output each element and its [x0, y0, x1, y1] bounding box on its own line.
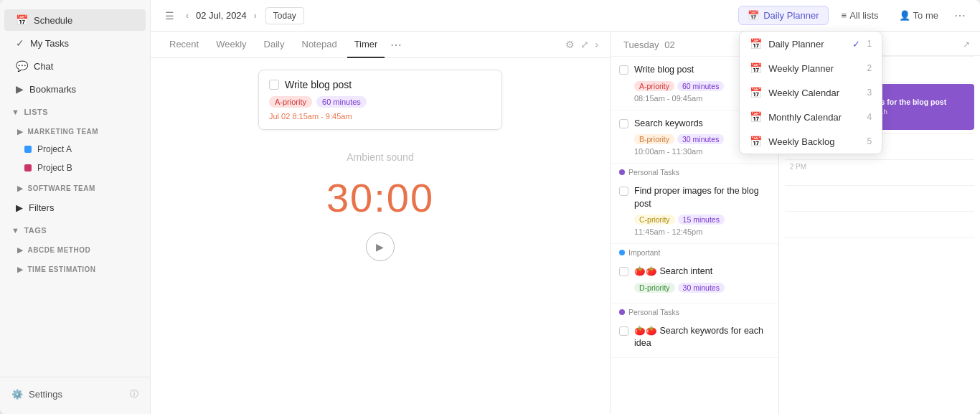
- time-label-2pm: 2 PM: [785, 160, 811, 171]
- task-item-priority-2: B-priority: [634, 134, 674, 144]
- dropdown-item-weekly-backlog[interactable]: 📅 Weekly Backlog 5: [740, 129, 882, 154]
- calendar-icon: 📅: [16, 14, 28, 26]
- all-lists-button[interactable]: ≡ All lists: [834, 6, 886, 24]
- timer-panel: Recent Weekly Daily Notepad Timer ⋯ ⚙ ⤢ …: [151, 32, 611, 414]
- tab-recent[interactable]: Recent: [162, 32, 206, 58]
- sidebar-item-settings[interactable]: ⚙️ Settings ⓘ: [0, 383, 150, 405]
- chevron-right-icon-4: ▶: [17, 265, 24, 273]
- task-item-priority-3: C-priority: [634, 215, 675, 225]
- task-item-checkbox-5[interactable]: [619, 326, 628, 336]
- marketing-team-header[interactable]: ▶ MARKETING TEAM: [0, 123, 150, 140]
- sidebar-item-project-a[interactable]: Project A: [4, 141, 146, 158]
- time-row-2pm: 2 PM: [785, 159, 974, 185]
- chevron-right-icon: ▶: [17, 128, 24, 136]
- time-label-5pm: [785, 237, 811, 240]
- search-keywords-idea-title: 🍅🍅 Search keywords for each idea: [634, 325, 770, 350]
- collapse-arrow[interactable]: ↗: [963, 39, 970, 50]
- group-label-personal-1: Personal Tasks: [611, 164, 778, 178]
- task-card-checkbox[interactable]: [269, 80, 279, 90]
- group-label-important: Important: [611, 244, 778, 258]
- bookmarks-icon: ▶: [16, 83, 24, 95]
- main-content: ☰ ‹ 02 Jul, 2024 › Today 📅 Daily Planner…: [151, 0, 980, 414]
- chevron-right-icon-3: ▶: [17, 246, 24, 254]
- sidebar: 📅 Schedule ✓ My Tasks 💬 Chat ▶ Bookmarks…: [0, 0, 151, 414]
- tab-notepad[interactable]: Notepad: [295, 32, 344, 58]
- dropdown-item-weekly-planner[interactable]: 📅 Weekly Planner 2: [740, 56, 882, 80]
- chevron-down-icon: ▼: [11, 108, 19, 116]
- sidebar-item-schedule[interactable]: 📅 Schedule: [4, 9, 146, 31]
- group-label-personal-2: Personal Tasks: [611, 304, 778, 318]
- to-me-button[interactable]: 👤 To me: [892, 6, 946, 24]
- time-row-4pm: [785, 211, 974, 237]
- tab-bar: Recent Weekly Daily Notepad Timer ⋯ ⚙ ⤢ …: [151, 32, 610, 58]
- play-button[interactable]: ▶: [366, 232, 395, 261]
- today-button[interactable]: Today: [265, 7, 304, 24]
- timer-body: Write blog post A-priority 60 minutes Ju…: [151, 58, 610, 414]
- sidebar-toggle-icon[interactable]: ☰: [162, 7, 177, 24]
- sidebar-item-chat[interactable]: 💬 Chat: [4, 55, 146, 77]
- task-item-duration-4: 30 minutes: [678, 283, 725, 293]
- next-date-arrow[interactable]: ›: [251, 9, 260, 22]
- prev-date-arrow[interactable]: ‹: [183, 9, 192, 22]
- date-navigation: ‹ 02 Jul, 2024 ›: [183, 9, 260, 22]
- task-item-priority-1: A-priority: [634, 81, 674, 91]
- weekly-planner-icon: 📅: [750, 62, 761, 74]
- task-item-tags-4: D-priority 30 minutes: [634, 283, 770, 293]
- task-item-header-5: 🍅🍅 Search keywords for each idea: [619, 325, 770, 350]
- tab-more-icon[interactable]: ⋯: [390, 38, 402, 52]
- expand-icon[interactable]: ⤢: [580, 39, 589, 50]
- settings-gear-icon[interactable]: ⚙: [565, 39, 575, 50]
- tab-actions: ⚙ ⤢ ›: [565, 39, 598, 50]
- chevron-right-icon-2: ▶: [17, 184, 24, 192]
- settings-icon: ⚙️: [11, 389, 23, 400]
- daily-planner-icon: 📅: [750, 38, 761, 50]
- dropdown-item-monthly-calendar[interactable]: 📅 Monthly Calendar 4: [740, 105, 882, 129]
- tab-weekly[interactable]: Weekly: [209, 32, 253, 58]
- chat-icon: 💬: [16, 60, 28, 72]
- sidebar-item-bookmarks[interactable]: ▶ Bookmarks: [4, 78, 146, 100]
- top-bar-actions: 📅 Daily Planner 📅 Daily Planner ✓ 1 📅 We…: [738, 6, 969, 25]
- project-b-color-dot: [24, 164, 32, 171]
- task-item-checkbox-3[interactable]: [619, 187, 628, 196]
- calendar-small-icon: 📅: [748, 10, 759, 21]
- dropdown-item-daily[interactable]: 📅 Daily Planner ✓ 1: [740, 32, 882, 56]
- task-item-checkbox-4[interactable]: [619, 267, 628, 276]
- check-icon: ✓: [16, 37, 24, 49]
- task-card-title-row: Write blog post: [269, 79, 491, 90]
- current-date: 02 Jul, 2024: [196, 10, 247, 21]
- ambient-label: Ambient sound: [347, 151, 413, 163]
- software-team-header[interactable]: ▶ SOFTWARE TEAM: [0, 180, 150, 197]
- lists-section-header[interactable]: ▼ Lists: [0, 103, 150, 121]
- chevron-right-icon-5[interactable]: ›: [595, 39, 598, 50]
- more-options-icon[interactable]: ⋯: [951, 6, 969, 25]
- task-item-5: 🍅🍅 Search keywords for each idea: [611, 318, 778, 358]
- group-dot-3: [619, 309, 625, 315]
- task-card: Write blog post A-priority 60 minutes Ju…: [258, 70, 502, 130]
- sidebar-item-my-tasks[interactable]: ✓ My Tasks: [4, 32, 146, 54]
- task-priority-tag: A-priority: [269, 96, 312, 108]
- list-icon: ≡: [842, 10, 847, 21]
- help-icon[interactable]: ⓘ: [130, 388, 138, 400]
- tags-section-header[interactable]: ▼ Tags: [0, 222, 150, 239]
- tab-timer[interactable]: Timer: [347, 32, 385, 58]
- abcde-header[interactable]: ▶ ABCDE METHOD: [0, 242, 150, 258]
- task-item-checkbox-2[interactable]: [619, 119, 628, 128]
- dropdown-item-weekly-calendar[interactable]: 📅 Weekly Calendar 3: [740, 80, 882, 105]
- top-bar: ☰ ‹ 02 Jul, 2024 › Today 📅 Daily Planner…: [151, 0, 980, 32]
- task-card-tags: A-priority 60 minutes: [269, 96, 491, 108]
- sidebar-item-filters[interactable]: ▶ Filters: [4, 197, 146, 218]
- time-row-5pm: [785, 237, 974, 263]
- time-label-4pm: [785, 212, 811, 215]
- project-a-color-dot: [24, 146, 32, 153]
- task-item-checkbox-1[interactable]: [619, 65, 628, 75]
- task-item-4: 🍅🍅 Search intent D-priority 30 minutes: [611, 258, 778, 304]
- task-item-tags-3: C-priority 15 minutes: [634, 215, 770, 225]
- monthly-calendar-icon: 📅: [750, 111, 761, 123]
- task-card-date: Jul 02 8:15am - 9:45am: [269, 112, 491, 121]
- sidebar-item-project-b[interactable]: Project B: [4, 159, 146, 177]
- daily-planner-button[interactable]: 📅 Daily Planner 📅 Daily Planner ✓ 1 📅 We…: [738, 6, 828, 25]
- timer-display: 30:00: [326, 174, 434, 221]
- view-dropdown: 📅 Daily Planner ✓ 1 📅 Weekly Planner 2 📅: [739, 31, 882, 154]
- tab-daily[interactable]: Daily: [257, 32, 292, 58]
- time-estimation-header[interactable]: ▶ TIME ESTIMATION: [0, 261, 150, 278]
